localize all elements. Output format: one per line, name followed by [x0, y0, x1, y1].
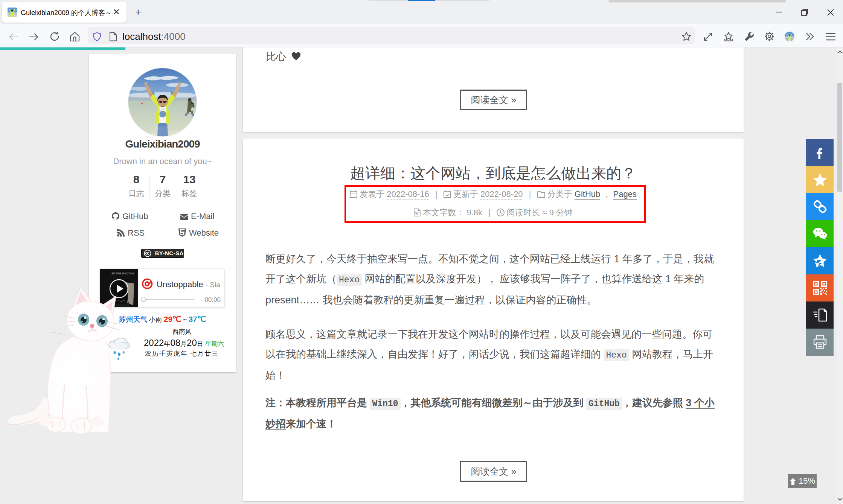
svg-text:W: W [415, 212, 419, 215]
svg-text:SIA THIS IS ACTING: SIA THIS IS ACTING [111, 272, 134, 275]
